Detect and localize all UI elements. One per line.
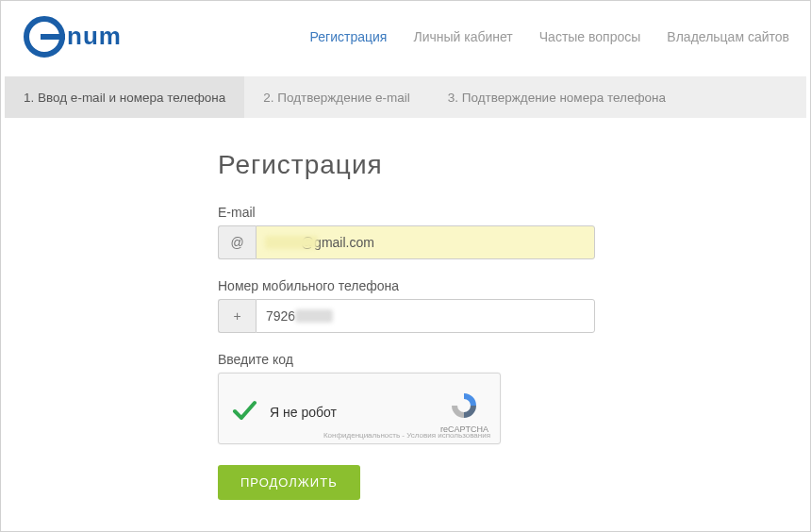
nav-registration[interactable]: Регистрация bbox=[310, 29, 388, 44]
captcha-text: Я не робот bbox=[270, 405, 440, 420]
nav-account[interactable]: Личный кабинет bbox=[413, 29, 512, 44]
logo-svg: num bbox=[22, 14, 135, 59]
nav-owners[interactable]: Владельцам сайтов bbox=[667, 29, 789, 44]
step-3[interactable]: 3. Подтверждение номера телефона bbox=[429, 76, 685, 118]
recaptcha-terms[interactable]: Конфиденциальность - Условия использован… bbox=[323, 431, 490, 440]
phone-prefix: + bbox=[218, 299, 256, 333]
logo[interactable]: num bbox=[22, 14, 135, 59]
email-label: E-mail bbox=[218, 205, 604, 220]
captcha-label: Введите код bbox=[218, 352, 604, 367]
nav-faq[interactable]: Частые вопросы bbox=[539, 29, 641, 44]
phone-label: Номер мобильного телефона bbox=[218, 278, 604, 293]
email-input-group: @ bbox=[218, 225, 595, 259]
svg-rect-1 bbox=[41, 34, 65, 40]
continue-button[interactable]: ПРОДОЛЖИТЬ bbox=[218, 465, 360, 500]
step-2[interactable]: 2. Подтверждение e-mail bbox=[244, 76, 428, 118]
recaptcha-widget[interactable]: Я не робот reCAPTCHA Конфиденциальность … bbox=[218, 373, 501, 444]
wizard-steps: 1. Ввод e-mail и номера телефона 2. Подт… bbox=[5, 76, 806, 118]
checkmark-icon bbox=[230, 396, 258, 428]
main-nav: Регистрация Личный кабинет Частые вопрос… bbox=[310, 29, 789, 44]
page-title: Регистрация bbox=[218, 150, 604, 180]
content: Регистрация E-mail @ Номер мобильного те… bbox=[1, 118, 604, 500]
recaptcha-logo: reCAPTCHA bbox=[440, 391, 488, 434]
svg-text:num: num bbox=[67, 22, 122, 50]
step-1[interactable]: 1. Ввод e-mail и номера телефона bbox=[5, 76, 244, 118]
phone-input-group: + bbox=[218, 299, 595, 333]
email-prefix: @ bbox=[218, 225, 256, 259]
header: num Регистрация Личный кабинет Частые во… bbox=[1, 1, 810, 76]
